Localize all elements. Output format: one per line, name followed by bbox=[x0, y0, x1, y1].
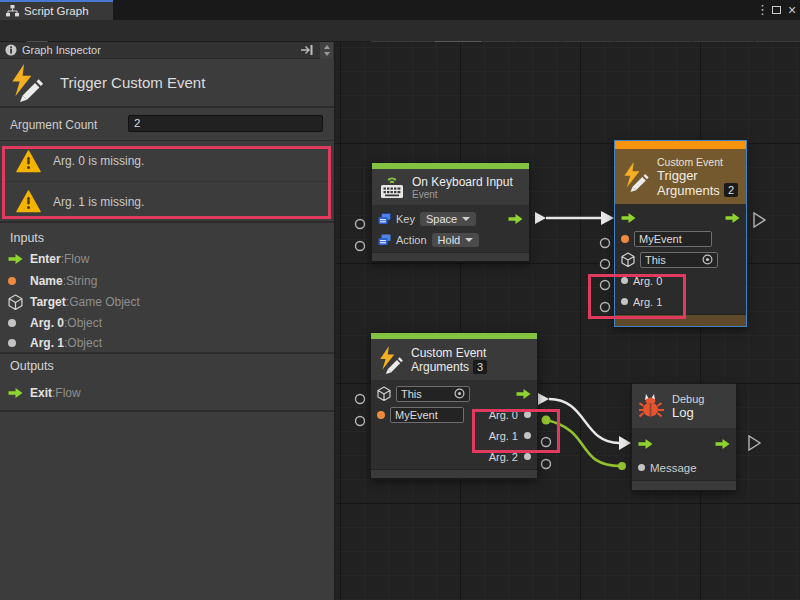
node-title: Log bbox=[672, 405, 704, 420]
node-footer bbox=[371, 469, 537, 478]
graph-toolbar: <×> EventTest Zoom 1x Relations Values D… bbox=[0, 20, 800, 42]
key-label: Key bbox=[396, 213, 415, 225]
node-color-bar bbox=[615, 141, 746, 149]
warning-row: Arg. 0 is missing. bbox=[0, 141, 334, 181]
port-row-exit: Exit : Flow bbox=[8, 382, 81, 403]
node-body: Message bbox=[632, 428, 736, 480]
node-body: MyEvent This Arg. 0 bbox=[615, 204, 746, 314]
dock-panel-icon[interactable] bbox=[300, 44, 314, 56]
node-header: On Keyboard Input Event bbox=[372, 169, 529, 205]
arg0-row: Arg. 0 bbox=[615, 270, 746, 291]
object-port-icon[interactable] bbox=[524, 411, 531, 418]
object-port-icon[interactable] bbox=[524, 453, 531, 460]
flow-input-arrow[interactable] bbox=[621, 213, 636, 223]
argument-count-badge: 3 bbox=[473, 360, 487, 374]
node-on-keyboard-input[interactable]: On Keyboard Input Event Key Space bbox=[371, 162, 530, 262]
arg0-label: Arg. 0 bbox=[633, 275, 662, 287]
flow-output-arrow[interactable] bbox=[725, 213, 740, 223]
node-footer bbox=[632, 480, 736, 490]
target-field[interactable]: This bbox=[396, 386, 470, 402]
object-port-icon[interactable] bbox=[621, 298, 628, 305]
script-graph-icon bbox=[6, 5, 19, 17]
node-title: Custom Event bbox=[411, 346, 487, 360]
section-divider bbox=[0, 410, 334, 412]
node-header: Custom Event Arguments3 bbox=[371, 339, 537, 380]
info-icon bbox=[5, 44, 17, 56]
node-trigger-custom-event[interactable]: Custom Event Trigger Arguments2 MyEvent … bbox=[614, 140, 747, 327]
object-port-icon bbox=[8, 339, 16, 347]
arg1-row: Arg. 1 bbox=[615, 291, 746, 312]
node-body: This MyEvent Arg. 0 Arg. 1 bbox=[371, 380, 537, 469]
arg2-output-cell: Arg. 2 bbox=[489, 451, 531, 463]
custom-event-icon bbox=[378, 346, 404, 374]
bug-icon bbox=[639, 392, 665, 420]
chevron-down-icon bbox=[465, 238, 473, 242]
node-body: Key Space Action Hold bbox=[372, 205, 529, 252]
message-label: Message bbox=[650, 462, 697, 474]
node-title-small: Custom Event bbox=[657, 156, 738, 168]
event-name-field[interactable]: MyEvent bbox=[390, 407, 464, 423]
arg1-row: Arg. 1 bbox=[371, 425, 537, 446]
node-custom-event[interactable]: Custom Event Arguments3 This bbox=[370, 332, 538, 479]
tab-script-graph[interactable]: Script Graph bbox=[0, 0, 113, 20]
action-row: Action Hold bbox=[372, 229, 529, 250]
argument-count-input[interactable]: 2 bbox=[128, 115, 323, 132]
window-maximize-icon[interactable] bbox=[772, 6, 781, 14]
chevron-down-icon bbox=[462, 217, 470, 221]
node-footer bbox=[372, 252, 529, 261]
node-footer bbox=[615, 314, 746, 326]
argument-count-label: Argument Count bbox=[10, 118, 97, 132]
port-row-arg0: Arg. 0 : Object bbox=[8, 312, 102, 333]
flow-row bbox=[615, 207, 746, 228]
flow-output-arrow[interactable] bbox=[508, 214, 523, 224]
window-close-icon[interactable]: × bbox=[788, 0, 796, 20]
window-tab-bar: Script Graph ⋮ × bbox=[0, 0, 800, 20]
game-object-cube-icon bbox=[8, 294, 23, 310]
object-port-icon[interactable] bbox=[638, 464, 645, 471]
arg1-label: Arg. 1 bbox=[633, 296, 662, 308]
event-name-field[interactable]: MyEvent bbox=[634, 231, 712, 247]
warning-text: Arg. 0 is missing. bbox=[53, 154, 144, 168]
event-name-row: MyEvent bbox=[615, 228, 746, 249]
string-port-icon[interactable] bbox=[621, 235, 629, 243]
panel-scroll-spinner[interactable] bbox=[320, 42, 333, 59]
action-dropdown[interactable]: Hold bbox=[432, 233, 480, 247]
graph-inspector-panel: Graph Inspector Trigger Custom Event Arg… bbox=[0, 42, 335, 600]
object-port-icon[interactable] bbox=[621, 277, 628, 284]
flow-output-arrow[interactable] bbox=[715, 439, 730, 449]
flow-arrow-icon bbox=[8, 254, 23, 264]
flow-output-arrow[interactable] bbox=[516, 389, 531, 399]
string-port-icon[interactable] bbox=[377, 411, 385, 419]
warning-icon bbox=[16, 150, 41, 173]
outputs-heading: Outputs bbox=[10, 359, 54, 373]
arg1-output-cell: Arg. 1 bbox=[489, 430, 531, 442]
object-port-icon[interactable] bbox=[524, 432, 531, 439]
warning-text: Arg. 1 is missing. bbox=[53, 195, 144, 209]
flow-row bbox=[632, 431, 736, 457]
flow-input-arrow[interactable] bbox=[638, 439, 653, 449]
target-field[interactable]: This bbox=[640, 252, 718, 268]
arg2-row: Arg. 2 bbox=[371, 446, 537, 467]
warning-row: Arg. 1 is missing. bbox=[0, 181, 334, 221]
object-picker-icon[interactable] bbox=[454, 388, 465, 399]
unit-title-block: Trigger Custom Event bbox=[0, 59, 334, 108]
arg0-output-cell: Arg. 0 bbox=[489, 409, 531, 421]
string-port-icon bbox=[8, 277, 16, 285]
object-port-icon bbox=[8, 319, 16, 327]
game-object-cube-icon[interactable] bbox=[377, 386, 391, 401]
object-picker-icon[interactable] bbox=[702, 254, 713, 265]
target-row: This bbox=[615, 249, 746, 270]
argument-count-row: Argument Count 2 bbox=[0, 110, 334, 140]
game-object-cube-icon[interactable] bbox=[621, 252, 635, 267]
flow-arrow-icon bbox=[8, 388, 23, 398]
node-title-line3: Arguments bbox=[657, 183, 720, 198]
node-title-small: Debug bbox=[672, 393, 704, 405]
node-subtitle: Arguments bbox=[411, 360, 469, 374]
window-menu-icon[interactable]: ⋮ bbox=[756, 0, 769, 20]
argument-count-badge: 2 bbox=[724, 183, 738, 197]
key-dropdown[interactable]: Space bbox=[420, 212, 476, 226]
node-debug-log[interactable]: Debug Log Message bbox=[631, 383, 737, 491]
node-subtitle: Event bbox=[412, 189, 513, 200]
key-row: Key Space bbox=[372, 208, 529, 229]
port-row-name: Name : String bbox=[8, 270, 97, 291]
